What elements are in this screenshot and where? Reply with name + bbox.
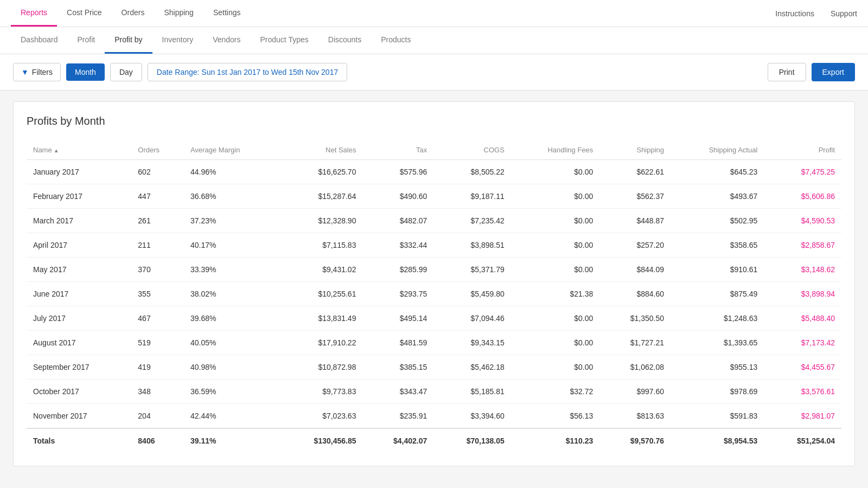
- table-header: Name▲OrdersAverage MarginNet SalesTaxCOG…: [27, 140, 841, 160]
- table-row: July 201746739.68%$13,831.49$495.14$7,09…: [27, 306, 841, 331]
- cell-4-tax: $285.99: [362, 258, 433, 282]
- cell-2-profit: $4,590.53: [764, 209, 841, 233]
- col-header-profit: Profit: [764, 140, 841, 160]
- cell-8-name: September 2017: [27, 355, 131, 380]
- cell-9-avg-margin: 36.59%: [184, 380, 279, 404]
- cell-3-shipping-actual: $358.65: [671, 233, 764, 258]
- table-body: January 201760244.96%$16,625.70$575.96$8…: [27, 160, 841, 453]
- cell-6-net-sales: $13,831.49: [279, 306, 362, 331]
- sub-tab-products[interactable]: Products: [371, 27, 420, 54]
- table-row: February 201744736.68%$15,287.64$490.60$…: [27, 184, 841, 209]
- cell-9-name: October 2017: [27, 380, 131, 404]
- cell-8-cogs: $5,462.18: [433, 355, 511, 380]
- top-nav-tab-reports[interactable]: Reports: [11, 0, 57, 27]
- cell-7-tax: $481.59: [362, 331, 433, 355]
- cell-7-name: August 2017: [27, 331, 131, 355]
- cell-4-shipping: $844.09: [599, 258, 671, 282]
- cell-8-profit: $4,455.67: [764, 355, 841, 380]
- sub-nav: DashboardProfitProfit byInventoryVendors…: [0, 27, 868, 54]
- cell-4-avg-margin: 33.39%: [184, 258, 279, 282]
- cell-8-shipping-actual: $955.13: [671, 355, 764, 380]
- sub-tab-product-types[interactable]: Product Types: [251, 27, 318, 54]
- totals-cell-handling-fees: $110.23: [511, 428, 599, 453]
- top-nav-tab-settings[interactable]: Settings: [203, 0, 251, 27]
- sub-tab-inventory[interactable]: Inventory: [152, 27, 203, 54]
- cell-5-handling-fees: $21.38: [511, 282, 599, 306]
- cell-9-tax: $343.47: [362, 380, 433, 404]
- top-nav-link-support[interactable]: Support: [831, 9, 857, 18]
- cell-8-avg-margin: 40.98%: [184, 355, 279, 380]
- cell-0-shipping: $622.61: [599, 160, 671, 184]
- totals-cell-profit: $51,254.04: [764, 428, 841, 453]
- cell-0-orders: 602: [131, 160, 184, 184]
- cell-1-profit: $5,606.86: [764, 184, 841, 209]
- cell-8-net-sales: $10,872.98: [279, 355, 362, 380]
- print-button[interactable]: Print: [768, 63, 806, 81]
- cell-5-cogs: $5,459.80: [433, 282, 511, 306]
- cell-0-net-sales: $16,625.70: [279, 160, 362, 184]
- cell-4-name: May 2017: [27, 258, 131, 282]
- cell-10-cogs: $3,394.60: [433, 404, 511, 429]
- table-row: June 201735538.02%$10,255.61$293.75$5,45…: [27, 282, 841, 306]
- cell-1-shipping: $562.37: [599, 184, 671, 209]
- cell-10-profit: $2,981.07: [764, 404, 841, 429]
- table-row: August 201751940.05%$17,910.22$481.59$9,…: [27, 331, 841, 355]
- cell-0-profit: $7,475.25: [764, 160, 841, 184]
- cell-4-profit: $3,148.62: [764, 258, 841, 282]
- sub-tab-dashboard[interactable]: Dashboard: [11, 27, 68, 54]
- cell-6-avg-margin: 39.68%: [184, 306, 279, 331]
- col-header-tax: Tax: [362, 140, 433, 160]
- cell-1-net-sales: $15,287.64: [279, 184, 362, 209]
- cell-5-shipping-actual: $875.49: [671, 282, 764, 306]
- sub-tab-profit[interactable]: Profit: [68, 27, 105, 54]
- table-row: March 201726137.23%$12,328.90$482.07$7,2…: [27, 209, 841, 233]
- header-row: Name▲OrdersAverage MarginNet SalesTaxCOG…: [27, 140, 841, 160]
- cell-9-profit: $3,576.61: [764, 380, 841, 404]
- filters-button[interactable]: ▼ Filters: [13, 63, 61, 81]
- cell-4-shipping-actual: $910.61: [671, 258, 764, 282]
- cell-2-name: March 2017: [27, 209, 131, 233]
- filters-label: Filters: [32, 68, 53, 76]
- top-nav-tab-shipping[interactable]: Shipping: [154, 0, 203, 27]
- top-nav-right: InstructionsSupport: [775, 0, 857, 27]
- table-title: Profits by Month: [27, 115, 841, 127]
- cell-6-shipping-actual: $1,248.63: [671, 306, 764, 331]
- top-nav-link-instructions[interactable]: Instructions: [775, 9, 814, 18]
- cell-5-shipping: $884.60: [599, 282, 671, 306]
- totals-cell-avg-margin: 39.11%: [184, 428, 279, 453]
- col-header-orders: Orders: [131, 140, 184, 160]
- cell-6-cogs: $7,094.46: [433, 306, 511, 331]
- cell-2-tax: $482.07: [362, 209, 433, 233]
- totals-row: Totals840639.11%$130,456.85$4,402.07$70,…: [27, 428, 841, 453]
- cell-1-orders: 447: [131, 184, 184, 209]
- cell-7-avg-margin: 40.05%: [184, 331, 279, 355]
- cell-10-avg-margin: 42.44%: [184, 404, 279, 429]
- month-button[interactable]: Month: [66, 63, 105, 81]
- cell-3-orders: 211: [131, 233, 184, 258]
- cell-2-avg-margin: 37.23%: [184, 209, 279, 233]
- date-range-button[interactable]: Date Range: Sun 1st Jan 2017 to Wed 15th…: [148, 63, 347, 81]
- col-header-name[interactable]: Name▲: [27, 140, 131, 160]
- top-nav-tab-cost-price[interactable]: Cost Price: [57, 0, 112, 27]
- col-header-net-sales: Net Sales: [279, 140, 362, 160]
- cell-0-avg-margin: 44.96%: [184, 160, 279, 184]
- day-button[interactable]: Day: [110, 63, 142, 81]
- cell-3-handling-fees: $0.00: [511, 233, 599, 258]
- toolbar-right: Print Export: [768, 63, 855, 81]
- cell-4-orders: 370: [131, 258, 184, 282]
- cell-7-shipping: $1,727.21: [599, 331, 671, 355]
- table-row: October 201734836.59%$9,773.83$343.47$5,…: [27, 380, 841, 404]
- cell-6-handling-fees: $0.00: [511, 306, 599, 331]
- cell-3-name: April 2017: [27, 233, 131, 258]
- table-row: January 201760244.96%$16,625.70$575.96$8…: [27, 160, 841, 184]
- table-row: September 201741940.98%$10,872.98$385.15…: [27, 355, 841, 380]
- sub-tab-vendors[interactable]: Vendors: [203, 27, 250, 54]
- cell-0-cogs: $8,505.22: [433, 160, 511, 184]
- export-button[interactable]: Export: [812, 63, 855, 81]
- top-nav-tab-orders[interactable]: Orders: [112, 0, 155, 27]
- cell-5-net-sales: $10,255.61: [279, 282, 362, 306]
- cell-6-profit: $5,488.40: [764, 306, 841, 331]
- sub-tab-discounts[interactable]: Discounts: [318, 27, 371, 54]
- sub-tab-profit-by[interactable]: Profit by: [105, 27, 152, 54]
- toolbar: ▼ Filters Month Day Date Range: Sun 1st …: [0, 54, 868, 91]
